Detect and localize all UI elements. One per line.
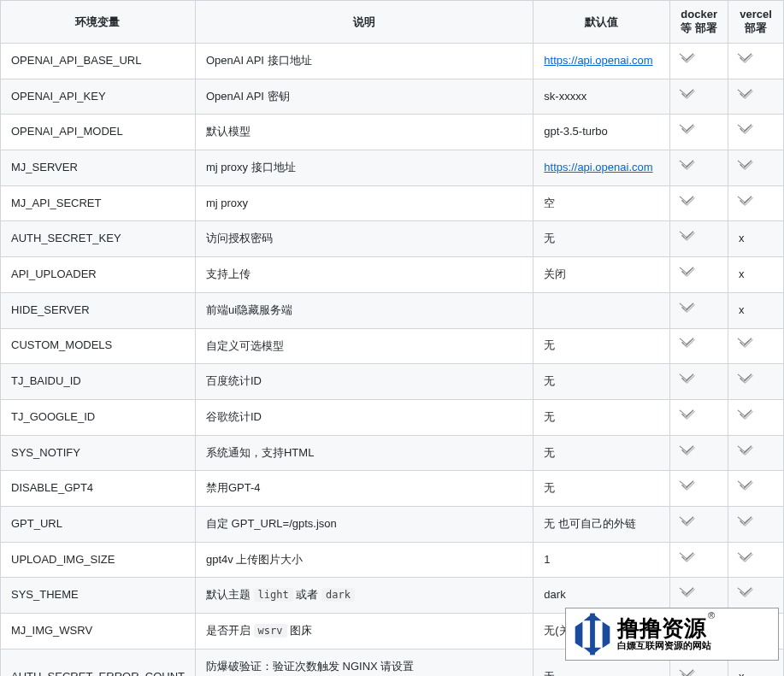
col-desc: 说明: [195, 1, 533, 44]
env-var-name: TJ_BAIDU_ID: [1, 364, 196, 400]
env-var-desc: OpenAI API 接口地址: [195, 44, 533, 79]
env-vars-table: 环境变量 说明 默认值 docker等 部署 vercel 部署 OPENAI_…: [0, 0, 784, 676]
env-var-name: DISABLE_GPT4: [1, 471, 196, 507]
table-row: TJ_BAIDU_ID百度统计ID无: [1, 364, 784, 400]
check-icon: [739, 195, 752, 205]
env-var-desc: 前端ui隐藏服务端: [195, 292, 533, 328]
docker-support: [670, 506, 728, 542]
vercel-support: [728, 506, 784, 542]
check-icon: [681, 230, 694, 240]
logo-main-text: 撸撸资源: [617, 615, 706, 641]
env-var-default: 无: [533, 328, 670, 364]
docker-support: [670, 542, 728, 578]
check-icon: [739, 159, 752, 169]
docker-support: [670, 328, 728, 364]
table-row: HIDE_SERVER前端ui隐藏服务端x: [1, 292, 784, 328]
env-var-desc: OpenAI API 密钥: [195, 79, 533, 115]
vercel-support: x: [728, 292, 784, 328]
env-var-default: 无: [533, 364, 670, 400]
col-env: 环境变量: [1, 1, 196, 44]
inline-code: light: [254, 588, 293, 602]
table-header-row: 环境变量 说明 默认值 docker等 部署 vercel 部署: [1, 1, 784, 44]
env-var-desc: mj proxy 接口地址: [195, 150, 533, 186]
vercel-support: [728, 185, 784, 221]
env-var-name: OPENAI_API_KEY: [1, 79, 196, 115]
docker-support: [670, 79, 728, 115]
env-var-default: https://api.openai.com: [533, 150, 670, 186]
vercel-support: [728, 471, 784, 507]
vercel-support: [728, 435, 784, 471]
env-var-name: GPT_URL: [1, 506, 196, 542]
col-docker: docker等 部署: [670, 1, 728, 44]
env-var-default: 无: [533, 221, 670, 257]
docker-support: [670, 44, 728, 79]
env-var-desc: 自定 GPT_URL=/gpts.json: [195, 506, 533, 542]
env-var-default: https://api.openai.com: [533, 44, 670, 79]
inline-code: wsrv: [254, 624, 287, 638]
logo-registered: ®: [708, 610, 715, 620]
check-icon: [681, 409, 694, 419]
env-var-default: 关闭: [533, 257, 670, 293]
default-link[interactable]: https://api.openai.com: [544, 54, 652, 67]
check-icon: [739, 479, 752, 490]
table-row: OPENAI_API_BASE_URLOpenAI API 接口地址https:…: [1, 44, 784, 79]
table-row: API_UPLOADER支持上传关闭x: [1, 257, 784, 293]
col-default: 默认值: [533, 1, 670, 44]
env-var-name: SYS_THEME: [1, 578, 196, 614]
check-icon: [681, 302, 694, 312]
vercel-support: [728, 150, 784, 186]
env-var-name: MJ_SERVER: [1, 150, 196, 186]
check-icon: [739, 88, 752, 98]
default-link[interactable]: https://api.openai.com: [544, 161, 652, 173]
table-row: UPLOAD_IMG_SIZEgpt4v 上传图片大小1: [1, 542, 784, 578]
check-icon: [739, 337, 752, 347]
env-var-desc: 访问授权密码: [195, 221, 533, 257]
vercel-support: [728, 115, 784, 150]
env-var-desc: 默认模型: [195, 115, 533, 150]
env-var-default: [533, 292, 670, 328]
table-row: OPENAI_API_MODEL默认模型gpt-3.5-turbo: [1, 115, 784, 150]
vercel-support: [728, 399, 784, 435]
docker-support: [670, 221, 728, 257]
docker-support: [670, 292, 728, 328]
table-row: GPT_URL自定 GPT_URL=/gpts.json无 也可自己的外链: [1, 506, 784, 542]
check-icon: [681, 52, 694, 62]
env-var-default: gpt-3.5-turbo: [533, 115, 670, 150]
check-icon: [681, 195, 694, 205]
table-row: TJ_GOOGLE_ID谷歌统计ID无: [1, 399, 784, 435]
env-var-name: MJ_API_SECRET: [1, 185, 196, 221]
env-var-desc: mj proxy: [195, 185, 533, 221]
env-var-desc: 是否开启 wsrv 图床: [195, 614, 533, 650]
vercel-support: x: [728, 221, 784, 257]
env-var-name: UPLOAD_IMG_SIZE: [1, 542, 196, 578]
docker-support: [670, 185, 728, 221]
env-var-name: MJ_IMG_WSRV: [1, 614, 196, 650]
vercel-support: x: [728, 257, 784, 293]
env-var-name: TJ_GOOGLE_ID: [1, 399, 196, 435]
env-var-desc: 系统通知，支持HTML: [195, 435, 533, 471]
col-vercel: vercel 部署: [728, 1, 784, 44]
docker-support: [670, 115, 728, 150]
docker-support: [670, 364, 728, 400]
docker-support: [670, 257, 728, 293]
check-icon: [681, 444, 694, 455]
env-var-desc: 百度统计ID: [195, 364, 533, 400]
vercel-support: [728, 364, 784, 400]
docker-support: [670, 471, 728, 507]
check-icon: [681, 88, 694, 98]
env-var-desc: 禁用GPT-4: [195, 471, 533, 507]
env-var-default: 无: [533, 471, 670, 507]
env-var-default: 无: [533, 435, 670, 471]
check-icon: [681, 551, 694, 561]
check-icon: [739, 123, 752, 133]
table-row: SYS_NOTIFY系统通知，支持HTML无: [1, 435, 784, 471]
vercel-support: [728, 542, 784, 578]
site-logo-icon: [568, 609, 617, 659]
check-icon: [739, 444, 752, 455]
docker-support: [670, 150, 728, 186]
inline-code: dark: [321, 588, 355, 602]
table-row: MJ_SERVERmj proxy 接口地址https://api.openai…: [1, 150, 784, 186]
check-icon: [681, 266, 694, 276]
env-var-name: CUSTOM_MODELS: [1, 328, 196, 364]
env-var-default: 1: [533, 542, 670, 578]
